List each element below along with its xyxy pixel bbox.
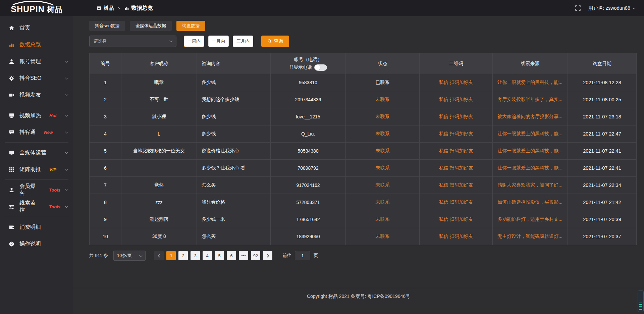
table-row: 3 狐小狸 多少钱 love__1215 未联系 私信 扫码加好友 被大家追着问…: [90, 108, 637, 125]
sidebar-divider: [5, 142, 68, 143]
cell-account: 70898792: [271, 160, 346, 177]
page-button[interactable]: 6: [227, 251, 236, 260]
sidebar-item-spending-details[interactable]: 消费明细: [0, 219, 73, 235]
cell-date: 2021-11-07 22:34: [568, 177, 637, 194]
cell-nickname: 觉然: [121, 177, 197, 194]
cell-status: 未联系: [346, 177, 420, 194]
cell-account: 572803371: [271, 194, 346, 211]
cell-source-link[interactable]: 如何正确选择投影仪，买投影...: [493, 194, 568, 211]
goto-page-input[interactable]: [295, 251, 310, 260]
cell-qrcode-link[interactable]: 私信 扫码加好友: [420, 143, 493, 160]
page-button[interactable]: 1: [166, 251, 176, 260]
cell-qrcode-link[interactable]: 私信 扫码加好友: [420, 160, 493, 177]
sidebar-item-account-management[interactable]: 账号管理: [0, 53, 73, 70]
cell-source-link[interactable]: 被大家追着问的客厅投影分享...: [493, 108, 568, 125]
cell-source-link[interactable]: 多功能护栏灯，适用于乡村文...: [493, 211, 568, 228]
floating-widget[interactable]: [638, 291, 644, 312]
cell-nickname: 36度 8: [121, 228, 197, 245]
query-button[interactable]: 查询: [261, 36, 289, 47]
page-size-select[interactable]: 10条/页: [113, 251, 146, 261]
sidebar-item-douketong[interactable]: 抖客通 New: [0, 124, 73, 141]
logo[interactable]: SHUPIN 树品: [0, 0, 73, 16]
goto-prefix-label: 前往: [282, 253, 291, 259]
sidebar-item-label: 全媒体运营: [19, 149, 46, 156]
cell-id: 3: [90, 108, 121, 125]
page-button[interactable]: 4: [203, 251, 212, 260]
sidebar-item-douyin-seo[interactable]: 抖音SEO: [0, 70, 73, 87]
cell-qrcode-link[interactable]: 私信 扫码加好友: [420, 177, 493, 194]
table-row: 2 不可一世 我想问这个多少钱 2097344839 未联系 私信 扫码加好友 …: [90, 91, 637, 108]
cell-qrcode-link[interactable]: 私信 扫码加好友: [420, 74, 493, 91]
cell-date: 2021-11-07 20:39: [568, 211, 637, 228]
cell-nickname: 哦章: [121, 74, 197, 91]
tab-inquiry-data[interactable]: 询盘数据: [176, 21, 205, 31]
phone-only-toggle[interactable]: [314, 64, 327, 71]
sidebar-item-data-overview[interactable]: 数据总览: [0, 36, 73, 53]
cell-date: 2021-11-07 20:37: [568, 228, 637, 245]
sidebar-item-video-heating[interactable]: 视频加热 Hot: [0, 107, 73, 124]
cell-source-link[interactable]: 客厅安装投影半年多了，真实...: [493, 91, 568, 108]
cell-source-link[interactable]: 让你一眼就爱上的黑科技，能...: [493, 74, 568, 91]
footer: Copyright 树品 2021 备案号: 粤ICP备09019646号: [73, 288, 644, 314]
cell-id: 7: [90, 177, 121, 194]
tab-omni-media-data[interactable]: 全媒体运营数据: [130, 21, 172, 31]
cell-status: 未联系: [346, 108, 420, 125]
monitor-icon: [9, 113, 14, 118]
table-row: 9 潮起潮落 多少钱一米 178651642 未联系 私信 扫码加好友 多功能护…: [90, 211, 637, 228]
page-button[interactable]: 2: [178, 251, 188, 260]
svg-text:?: ?: [10, 242, 12, 246]
page-button[interactable]: 5: [215, 251, 224, 260]
cell-account: Q_Liu.: [271, 125, 346, 143]
prev-page-button[interactable]: [154, 251, 164, 260]
cell-content: 多少钱: [197, 74, 271, 91]
col-header-date: 询盘日期: [568, 53, 637, 74]
sidebar-item-label: 消费明细: [19, 224, 41, 231]
cell-id: 6: [90, 160, 121, 177]
cell-source-link[interactable]: 感谢大家喜欢我家，被问了好...: [493, 177, 568, 194]
cell-source-link[interactable]: 让你一眼就爱上的黑科技，能...: [493, 125, 568, 143]
tab-douyin-seo-data[interactable]: 抖音seo数据: [89, 21, 125, 31]
total-count-label: 共 911 条: [89, 253, 108, 259]
next-page-button[interactable]: [263, 251, 272, 260]
page-button[interactable]: 3: [191, 251, 200, 260]
cell-status: 已联系: [346, 74, 420, 91]
cell-qrcode-link[interactable]: 私信 扫码加好友: [420, 211, 493, 228]
grid-icon: [9, 167, 14, 172]
cell-qrcode-link[interactable]: 私信 扫码加好友: [420, 194, 493, 211]
logo-arc: [11, 1, 54, 5]
cell-source-link[interactable]: 无主灯设计，智能磁吸轨道灯...: [493, 228, 568, 245]
sidebar-item-omni-media[interactable]: 全媒体运营: [0, 144, 73, 161]
page-button[interactable]: •••: [239, 251, 248, 260]
breadcrumb-root[interactable]: 树品: [97, 5, 114, 11]
cell-content: 多少钱一米: [197, 211, 271, 228]
sidebar-item-video-publish[interactable]: 视频发布: [0, 87, 73, 103]
page-button[interactable]: 92: [251, 251, 260, 260]
sidebar-item-member-promo[interactable]: 会员爆客 Tools: [0, 181, 73, 198]
cell-qrcode-link[interactable]: 私信 扫码加好友: [420, 228, 493, 245]
user-menu[interactable]: 用户名: zswodun88: [588, 5, 635, 11]
cell-qrcode-link[interactable]: 私信 扫码加好友: [420, 91, 493, 108]
vip-badge: VIP: [49, 167, 56, 172]
cell-content: 我想问这个多少钱: [197, 91, 271, 108]
home-icon: [9, 25, 14, 31]
sidebar-divider: [5, 179, 68, 180]
sidebar-item-instructions[interactable]: ? 操作说明: [0, 235, 73, 252]
cell-qrcode-link[interactable]: 私信 扫码加好友: [420, 125, 493, 143]
chevron-down-icon: [633, 6, 636, 9]
sidebar-item-home[interactable]: 首页: [0, 19, 73, 36]
range-three-months-button[interactable]: 三月内: [233, 36, 253, 47]
range-one-week-button[interactable]: 一周内: [184, 36, 204, 47]
cell-source-link[interactable]: 让你一眼就爱上的黑科技，能...: [493, 143, 568, 160]
range-one-month-button[interactable]: 一月内: [208, 36, 229, 47]
cell-account: 50534380: [271, 143, 346, 160]
cell-id: 9: [90, 211, 121, 228]
sidebar-item-lead-monitoring[interactable]: 线索监控 Tools: [0, 198, 73, 215]
sidebar-item-label: 视频发布: [19, 92, 41, 99]
filter-select[interactable]: 请选择: [89, 36, 176, 47]
fullscreen-icon[interactable]: [575, 5, 581, 11]
sidebar-item-matrix-boost[interactable]: 矩阵助推 VIP: [0, 161, 73, 178]
cell-source-link[interactable]: 让你一眼就爱上的黑科技，能...: [493, 160, 568, 177]
cell-account: 183929060: [271, 228, 346, 245]
cell-qrcode-link[interactable]: 私信 扫码加好友: [420, 108, 493, 125]
cell-account: 9583810: [271, 74, 346, 91]
